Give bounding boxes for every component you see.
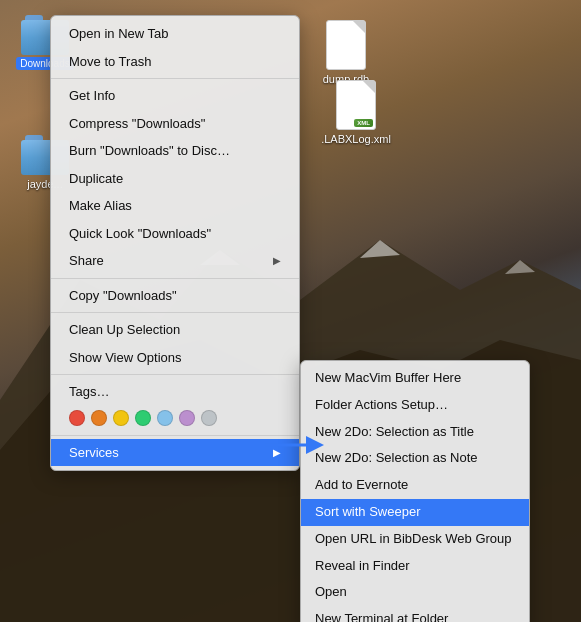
menu-services[interactable]: Services ▶ <box>51 439 299 467</box>
menu-tags[interactable]: Tags… <box>51 378 299 406</box>
submenu-folder-actions[interactable]: Folder Actions Setup… <box>301 392 529 419</box>
menu-quick-look[interactable]: Quick Look "Downloads" <box>51 220 299 248</box>
menu-move-to-trash[interactable]: Move to Trash <box>51 48 299 76</box>
submenu-open-url-bibdesk[interactable]: Open URL in BibDesk Web Group <box>301 526 529 553</box>
tag-green[interactable] <box>135 410 151 426</box>
separator-1 <box>51 78 299 79</box>
tags-row <box>51 406 299 432</box>
xml-badge: XML <box>354 119 373 127</box>
xml-file-icon[interactable]: XML .LABXLog.xml <box>321 80 391 145</box>
tag-gray[interactable] <box>201 410 217 426</box>
submenu-open[interactable]: Open <box>301 579 529 606</box>
tag-purple[interactable] <box>179 410 195 426</box>
context-menu: Open in New Tab Move to Trash Get Info C… <box>50 15 300 471</box>
submenu-new-terminal[interactable]: New Terminal at Folder <box>301 606 529 622</box>
menu-compress[interactable]: Compress "Downloads" <box>51 110 299 138</box>
tag-blue[interactable] <box>157 410 173 426</box>
submenu-new-macvim[interactable]: New MacVim Buffer Here <box>301 365 529 392</box>
submenu-sort-sweeper[interactable]: Sort with Sweeper <box>301 499 529 526</box>
separator-2 <box>51 278 299 279</box>
submenu-add-evernote[interactable]: Add to Evernote <box>301 472 529 499</box>
menu-share[interactable]: Share ▶ <box>51 247 299 275</box>
separator-4 <box>51 374 299 375</box>
separator-3 <box>51 312 299 313</box>
menu-burn[interactable]: Burn "Downloads" to Disc… <box>51 137 299 165</box>
services-submenu: New MacVim Buffer Here Folder Actions Se… <box>300 360 530 622</box>
xml-corner <box>363 81 375 93</box>
rdb-file-shape <box>326 20 366 70</box>
submenu-reveal-finder[interactable]: Reveal in Finder <box>301 553 529 580</box>
xml-file-shape: XML <box>336 80 376 130</box>
dump-rdb-icon[interactable]: dump.rdb <box>311 20 381 85</box>
menu-clean-up[interactable]: Clean Up Selection <box>51 316 299 344</box>
menu-open-new-tab[interactable]: Open in New Tab <box>51 20 299 48</box>
menu-duplicate[interactable]: Duplicate <box>51 165 299 193</box>
submenu-new-2do-note[interactable]: New 2Do: Selection as Note <box>301 445 529 472</box>
rdb-corner <box>353 21 365 33</box>
menu-make-alias[interactable]: Make Alias <box>51 192 299 220</box>
blue-arrow-indicator <box>265 430 325 460</box>
menu-show-view-options[interactable]: Show View Options <box>51 344 299 372</box>
submenu-new-2do-title[interactable]: New 2Do: Selection as Title <box>301 419 529 446</box>
separator-5 <box>51 435 299 436</box>
menu-get-info[interactable]: Get Info <box>51 82 299 110</box>
tag-red[interactable] <box>69 410 85 426</box>
menu-copy[interactable]: Copy "Downloads" <box>51 282 299 310</box>
xml-label: .LABXLog.xml <box>321 133 391 145</box>
tag-orange[interactable] <box>91 410 107 426</box>
share-arrow: ▶ <box>273 253 281 268</box>
tag-yellow[interactable] <box>113 410 129 426</box>
